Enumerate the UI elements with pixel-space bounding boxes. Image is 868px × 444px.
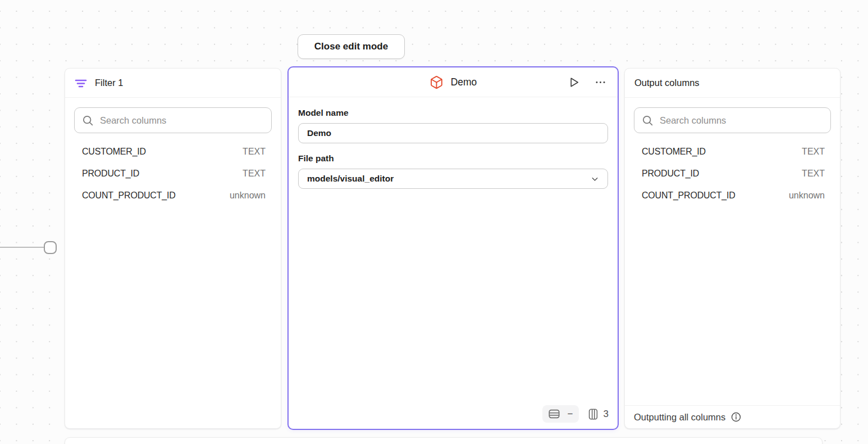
file-path-value: models/visual_editor	[307, 174, 394, 184]
column-row[interactable]: PRODUCT_ID TEXT	[65, 162, 281, 184]
filter-search-input[interactable]	[100, 115, 264, 126]
model-header-actions	[568, 76, 606, 89]
chevron-down-icon	[590, 174, 600, 184]
output-search-input[interactable]	[660, 115, 823, 126]
column-name: CUSTOMER_ID	[82, 147, 146, 157]
column-row[interactable]: COUNT_PRODUCT_ID unknown	[65, 184, 281, 206]
column-name: CUSTOMER_ID	[642, 147, 706, 157]
column-type: TEXT	[802, 169, 825, 179]
edge-connector-line	[0, 247, 44, 248]
row-count-button[interactable]: −	[542, 405, 579, 423]
column-type: unknown	[230, 191, 266, 201]
model-footer-stats: − 3	[542, 405, 609, 423]
close-edit-mode-button[interactable]: Close edit mode	[298, 34, 405, 59]
filter-panel-title: Filter 1	[95, 78, 123, 88]
column-type: TEXT	[802, 147, 825, 157]
column-name: COUNT_PRODUCT_ID	[642, 191, 735, 201]
column-count-group: 3	[588, 408, 609, 420]
column-row[interactable]: CUSTOMER_ID TEXT	[65, 141, 281, 162]
column-type: TEXT	[243, 147, 266, 157]
cube-icon	[430, 75, 444, 89]
column-name: PRODUCT_ID	[642, 169, 699, 179]
file-path-label: File path	[298, 153, 608, 164]
model-form: Model name File path models/visual_edito…	[289, 97, 618, 189]
ellipsis-icon	[595, 76, 606, 88]
output-footer-text: Outputting all columns	[634, 412, 725, 423]
filter-column-list: CUSTOMER_ID TEXT PRODUCT_ID TEXT COUNT_P…	[65, 141, 281, 206]
output-footer: Outputting all columns	[625, 405, 840, 428]
column-row[interactable]: CUSTOMER_ID TEXT	[625, 141, 840, 162]
column-count-value: 3	[604, 409, 609, 420]
filter-node-panel: Filter 1 CUSTOMER_ID TEXT PRODUCT_ID TEX…	[65, 68, 281, 429]
column-type: unknown	[789, 191, 825, 201]
model-node-panel-selected: Demo Model name File path	[287, 66, 619, 430]
play-icon	[568, 76, 581, 89]
model-panel-title: Demo	[451, 76, 477, 88]
output-columns-panel: Output columns CUSTOMER_ID TEXT PRODUCT_…	[624, 68, 840, 429]
canvas-background: { "toolbar": { "close_edit_mode": "Close…	[0, 0, 868, 444]
model-name-label: Model name	[298, 108, 608, 118]
column-name: COUNT_PRODUCT_ID	[82, 191, 176, 201]
model-panel-header: Demo	[289, 67, 618, 97]
filter-panel-header: Filter 1	[65, 69, 281, 98]
edge-connection-handle[interactable]	[44, 241, 57, 254]
output-search-box[interactable]	[634, 107, 831, 133]
file-path-select[interactable]: models/visual_editor	[298, 169, 608, 189]
run-model-button[interactable]	[568, 76, 581, 89]
row-count-value: −	[568, 409, 573, 419]
search-icon	[642, 115, 654, 126]
model-name-input[interactable]	[298, 123, 608, 143]
table-rows-icon	[548, 409, 560, 419]
column-type: TEXT	[243, 169, 266, 179]
output-panel-header: Output columns	[625, 69, 840, 98]
column-row[interactable]: PRODUCT_ID TEXT	[625, 162, 840, 184]
bottom-results-panel	[65, 437, 823, 444]
info-icon[interactable]	[730, 411, 742, 423]
column-name: PRODUCT_ID	[82, 169, 139, 179]
output-column-list: CUSTOMER_ID TEXT PRODUCT_ID TEXT COUNT_P…	[625, 141, 840, 206]
filter-lines-icon	[75, 78, 87, 88]
column-row[interactable]: COUNT_PRODUCT_ID unknown	[625, 184, 840, 206]
search-icon	[82, 115, 94, 126]
more-menu-button[interactable]	[595, 76, 606, 88]
filter-search-box[interactable]	[74, 107, 272, 133]
table-columns-icon	[588, 408, 599, 420]
output-panel-title: Output columns	[634, 78, 700, 88]
